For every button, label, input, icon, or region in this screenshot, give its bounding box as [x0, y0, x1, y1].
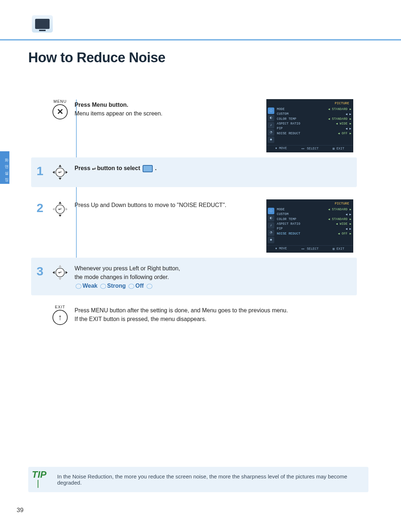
osd-tab-icon: ◆ [268, 136, 274, 143]
osd-row-key: CUSTOM [277, 212, 288, 216]
tip-badge: TIP [32, 469, 46, 480]
cycle-opt-strong: Strong [107, 283, 126, 289]
menu-button-label: MENU [52, 99, 68, 104]
picture-menu-icon [143, 165, 153, 172]
osd-foot-exit: EXIT [337, 147, 345, 151]
nav-pad-icon: ↵ [50, 162, 70, 182]
osd-row-val: STANDARD [332, 107, 347, 111]
step-menu-line2: Menu items appear on the screen. [75, 110, 162, 117]
tv-icon [35, 19, 50, 29]
osd2-title: PICTURE [267, 201, 353, 207]
tip-text: In the Noise Reduction, the more you red… [57, 473, 347, 486]
menu-button-group: MENU ✕ [52, 99, 68, 119]
osd-row-val: WIDE [340, 222, 348, 226]
osd-row-val: STANDARD [332, 117, 347, 121]
cycle-icon [100, 284, 106, 289]
exit-line2: If the EXIT button is pressed, the menu … [75, 316, 206, 322]
osd-row-key: MODE [277, 208, 285, 211]
osd-tab-icon: ◔ [268, 229, 274, 236]
exit-line1: Press MENU button after the setting is d… [75, 307, 288, 313]
osd-row-key: MODE [277, 107, 285, 111]
osd-row-key: COLOR TEMP [277, 218, 296, 221]
osd-foot-select: SELECT [307, 147, 318, 151]
osd-row-key: NOISE REDUCT [277, 232, 300, 236]
osd-tab-icon: ◆ [268, 237, 274, 243]
step-exit: EXIT ↑ Press MENU button after the setti… [31, 300, 357, 330]
osd-tab-picture-icon: ▢ [268, 107, 274, 114]
osd-foot-exit: EXIT [337, 247, 345, 251]
enter-icon: ↵ [92, 165, 96, 172]
step3-line1: Whenever you press Left or Right button, [75, 265, 180, 271]
osd-screenshot-2: PICTURE ▢ ◐ ♪ ◔ ◆ MODE◀ STANDARD ▶ CUSTO… [266, 199, 353, 253]
osd-tab-icon: ♪ [268, 122, 274, 128]
cycle-opt-off: Off [135, 283, 144, 289]
step1-pre: Press [75, 165, 92, 171]
osd-tab-picture-icon: ▢ [268, 208, 274, 214]
tip-box: TIP In the Noise Reduction, the more you… [28, 467, 368, 492]
step-1-number: 1 [31, 162, 46, 177]
osd-foot-select: SELECT [307, 247, 318, 251]
step-3-number: 3 [31, 263, 46, 277]
svg-text:↵: ↵ [58, 170, 62, 175]
step2-text: Press Up and Down buttons to move to "NO… [75, 202, 227, 208]
osd-row-val: WIDE [340, 122, 348, 126]
osd1-list: MODE◀ STANDARD ▶ CUSTOM◀ ▶ COLOR TEMP◀ S… [275, 107, 353, 144]
step-2: 2 ↵ Press Up and Down buttons to move to… [31, 194, 357, 258]
osd-tab-icon: ♪ [268, 222, 274, 229]
cycle-icon [76, 284, 81, 289]
steps-container: MENU ✕ Press Menu button. Menu items app… [31, 94, 357, 330]
osd-row-key: COLOR TEMP [277, 117, 296, 121]
osd-row-val: STANDARD [332, 208, 347, 211]
osd-row-val: ◀ ▶ [346, 212, 351, 216]
osd-row-val: ◀ ▶ [346, 127, 351, 131]
cycle-icon [147, 284, 152, 289]
header-rule [0, 39, 401, 41]
osd-row-key: CUSTOM [277, 112, 288, 116]
nav-pad-icon: ↵ [50, 199, 70, 219]
osd-row-key: PIP [277, 227, 283, 231]
side-tab-label: 화 면 설 정 [0, 151, 9, 184]
osd-foot-move: MOVE [279, 247, 287, 250]
step1-tail: . [153, 165, 157, 171]
exit-button-label: EXIT [52, 305, 68, 309]
cycle-icon [128, 284, 134, 289]
product-logo [32, 15, 53, 33]
step3-line2: the mode changes in following order. [75, 274, 169, 280]
osd-tab-icon: ◔ [268, 129, 274, 136]
page-number: 39 [17, 507, 24, 514]
osd-row-key: PIP [277, 127, 283, 131]
osd-foot-move: MOVE [279, 147, 287, 150]
step1-post: button to select [96, 165, 142, 171]
step-2-number: 2 [31, 199, 46, 214]
osd-row-key: NOISE REDUCT [277, 132, 300, 135]
menu-button-icon: ✕ [52, 104, 68, 119]
osd-row-key: ASPECT RATIO [277, 122, 300, 126]
step-menu: MENU ✕ Press Menu button. Menu items app… [31, 94, 357, 157]
exit-button-icon: ↑ [52, 310, 68, 325]
svg-text:↵: ↵ [58, 207, 62, 212]
svg-text:↵: ↵ [58, 270, 62, 275]
exit-button-group: EXIT ↑ [52, 305, 68, 325]
osd2-list: MODE◀ STANDARD ▶ CUSTOM◀ ▶ COLOR TEMP◀ S… [275, 207, 353, 244]
osd-row-val: ◀ ▶ [346, 112, 351, 116]
step-1: 1 ↵ Press ↵ button to select . [31, 157, 357, 187]
cycle-opt-weak: Weak [83, 283, 98, 289]
page-title: How to Reduce Noise [28, 50, 165, 66]
osd-row-val: STANDARD [332, 218, 347, 221]
osd-row-val: OFF [342, 132, 347, 135]
osd-row-val: OFF [342, 232, 347, 236]
osd-tab-icon: ◐ [268, 215, 274, 221]
nav-pad-icon: ↵ [50, 263, 70, 282]
osd1-title: PICTURE [267, 101, 353, 107]
osd-screenshot-1: PICTURE ▢ ◐ ♪ ◔ ◆ MODE◀ STANDARD ▶ CUSTO… [266, 99, 353, 152]
osd-row-val: ◀ ▶ [346, 227, 351, 231]
osd-tab-icon: ◐ [268, 115, 274, 121]
step-menu-bold: Press Menu button. [75, 102, 128, 108]
osd-row-key: ASPECT RATIO [277, 222, 300, 226]
step-3: 3 ↵ Whenever you press Left or Right but… [31, 258, 357, 295]
